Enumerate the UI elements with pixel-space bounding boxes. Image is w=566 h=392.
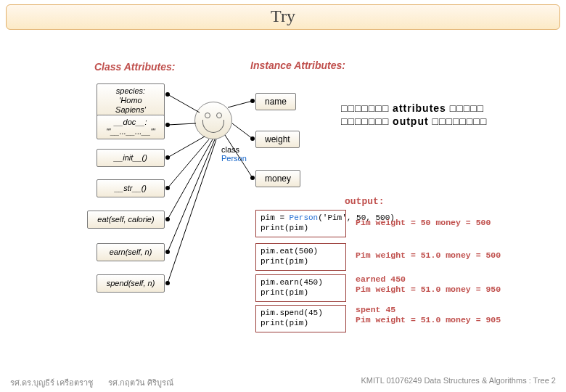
- note-line2-kw: output: [393, 115, 429, 127]
- note-line2-suffix: □□□□□□□□: [429, 115, 488, 127]
- footer: รศ.ดร.บุญธีร์ เครือตราชู รศ.กฤตวัน ศิริบ…: [0, 376, 566, 389]
- note-line2-prefix: □□□□□□□: [341, 115, 393, 127]
- output-2: Pim weight = 51.0 money = 500: [356, 250, 501, 261]
- attr-species-label: species:: [103, 86, 158, 96]
- title-bar: Try: [6, 4, 560, 30]
- attr-earn: earn(self, n): [97, 243, 165, 261]
- attr-eat: eat(self, calorie): [87, 211, 165, 229]
- placeholder-note: □□□□□□□ attributes □□□□□ □□□□□□□ output …: [341, 102, 551, 128]
- attr-init: __init__(): [97, 149, 165, 167]
- face-eye-right: [216, 113, 222, 118]
- attr-doc: __doc__: '''__...__...__''': [97, 115, 165, 139]
- note-line1-suffix: □□□□□: [446, 102, 484, 114]
- instance-attributes-header: Instance Attributes:: [250, 60, 345, 71]
- code-box-3: pim.earn(450) print(pim): [255, 274, 346, 302]
- svg-line-7: [228, 101, 253, 107]
- note-line1-prefix: □□□□□□□: [341, 102, 393, 114]
- line-dot: [165, 186, 170, 190]
- line-dot: [165, 155, 170, 160]
- class-node-label-bottom: Person: [221, 154, 247, 163]
- output-header: output:: [345, 196, 385, 207]
- class-node-label-top: class: [221, 145, 239, 154]
- note-line1-kw: attributes: [393, 102, 446, 114]
- output-1: Pim weight = 50 money = 500: [356, 218, 491, 228]
- code1-cls: Person: [290, 213, 319, 222]
- svg-line-3: [168, 139, 209, 188]
- inst-attr-money: money: [255, 170, 300, 187]
- svg-line-2: [168, 136, 205, 158]
- code1-a: pim =: [261, 213, 290, 222]
- class-attributes-header: Class Attributes:: [94, 61, 176, 73]
- footer-left-2: รศ.กฤตวัน ศิริบูรณ์: [108, 378, 173, 387]
- line-dot: [250, 176, 255, 180]
- line-dot: [165, 123, 170, 127]
- attr-doc-label: __doc__:: [103, 118, 158, 127]
- face-smile: [202, 120, 224, 133]
- line-dot: [165, 250, 170, 254]
- class-node-face: [194, 102, 232, 139]
- code-box-2: pim.eat(500) print(pim): [255, 243, 346, 271]
- line-dot: [165, 217, 170, 221]
- footer-left-1: รศ.ดร.บุญธีร์ เครือตราชู: [10, 378, 93, 387]
- class-node-label: class Person: [221, 145, 247, 163]
- svg-line-5: [168, 139, 215, 252]
- attr-spend: spend(self, n): [97, 274, 165, 293]
- attr-doc-value: '''__...__...__''': [103, 127, 158, 136]
- attr-species-value: 'Homo Sapiens': [103, 96, 158, 115]
- line-dot: [165, 92, 170, 97]
- svg-line-8: [232, 123, 253, 139]
- attr-str: __str__(): [97, 179, 165, 197]
- svg-line-0: [168, 94, 200, 113]
- face-eye-left: [205, 113, 210, 118]
- page-title: Try: [7, 7, 559, 26]
- svg-line-4: [168, 139, 213, 219]
- footer-right: KMITL 01076249 Data Structures & Algorit…: [361, 376, 556, 389]
- line-dot: [165, 281, 170, 285]
- output-3: earned 450 Pim weight = 51.0 money = 950: [356, 274, 501, 295]
- code-box-1: pim = Person('Pim', 50, 500) print(pim): [255, 210, 346, 237]
- svg-line-1: [168, 123, 196, 125]
- connector-lines: [0, 0, 566, 392]
- inst-attr-name: name: [255, 93, 296, 110]
- code-box-4: pim.spend(45) print(pim): [255, 305, 346, 332]
- attr-species: species: 'Homo Sapiens': [97, 83, 165, 118]
- output-4: spent 45 Pim weight = 51.0 money = 905: [356, 305, 501, 326]
- inst-attr-weight: weight: [255, 131, 300, 148]
- line-dot: [250, 136, 255, 141]
- line-dot: [250, 99, 255, 103]
- svg-line-6: [168, 139, 216, 283]
